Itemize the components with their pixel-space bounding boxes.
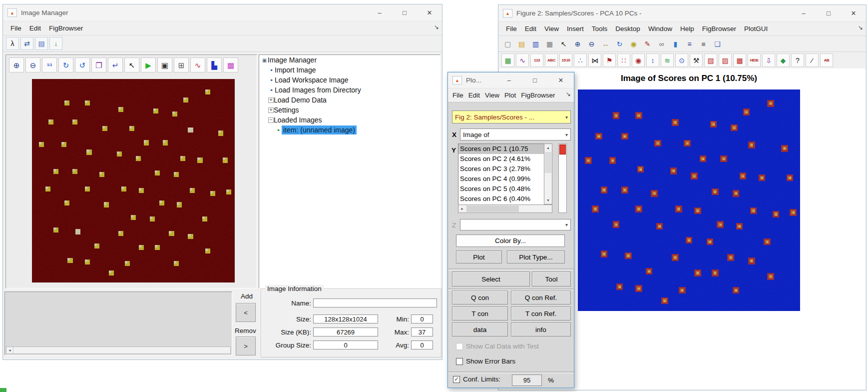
color-by-button[interactable]: Color By... — [456, 234, 565, 247]
q-con-button[interactable]: Q con — [452, 290, 508, 304]
menu-item[interactable]: Edit — [521, 24, 540, 34]
menu-item[interactable]: FigBrowser — [699, 24, 740, 34]
scroll-down-icon[interactable]: ▾ — [544, 196, 552, 204]
menu-item[interactable]: Desktop — [612, 24, 644, 34]
zoom-out-icon[interactable]: ⊖ — [25, 58, 40, 72]
y-axis-list-item[interactable]: Scores on PC 5 (0.48% — [458, 184, 544, 194]
hide-selection-icon[interactable]: HIDE — [748, 54, 761, 67]
show-cal-data-checkbox[interactable]: Show Cal Data with Test — [456, 342, 539, 350]
menu-item[interactable]: FigBrowser — [45, 23, 86, 34]
zoom-out-icon[interactable]: ⊖ — [585, 38, 598, 50]
menu-item[interactable]: View — [541, 24, 562, 34]
tree-node[interactable]: + Load Demo Data — [259, 95, 440, 105]
class-grid-icon[interactable]: AB — [820, 54, 833, 67]
pin-annotation-icon[interactable]: ⚑ — [603, 54, 616, 67]
close-icon[interactable]: ✕ — [417, 4, 442, 21]
y-axis-list-item[interactable]: Scores on PC 3 (2.78% — [458, 164, 544, 174]
help-icon[interactable]: ? — [791, 54, 804, 67]
excluded-data-icon[interactable]: ∷ — [617, 54, 630, 67]
scroll-up-icon[interactable]: ▴ — [544, 144, 552, 152]
y-axis-list-item[interactable]: Scores on PC 6 (0.40% — [458, 194, 544, 204]
lambda-analysis-icon[interactable]: λ — [6, 37, 19, 50]
minimize-icon[interactable]: – — [496, 72, 522, 88]
intensity-plot-icon[interactable]: ▙ — [207, 58, 222, 72]
save-figure-icon[interactable]: ▥ — [529, 38, 542, 50]
tree-node[interactable]: + Settings — [259, 105, 440, 115]
pointer-icon[interactable]: ↖ — [557, 38, 570, 50]
x-axis-dropdown[interactable]: Image of ▾ — [460, 128, 571, 140]
axis-scale-icon[interactable]: ↕ — [646, 54, 659, 67]
tools-icon[interactable]: ⚒ — [690, 54, 703, 67]
scroll-left-icon[interactable]: ◂ — [6, 347, 13, 354]
group-listbox-hscrollbar[interactable]: ◂ — [6, 346, 231, 354]
plot-type-button[interactable]: Plot Type... — [507, 250, 565, 264]
link-plot-icon[interactable]: ∞ — [655, 38, 668, 50]
conf-limits-checkbox[interactable]: ✓ Conf. Limits: — [453, 376, 500, 383]
dock-arrow-icon[interactable]: ↘ — [858, 24, 863, 31]
export-figure-icon[interactable]: ❐ — [91, 58, 106, 72]
grid-view-icon[interactable]: ⊞ — [174, 58, 189, 72]
dock-arrow-icon[interactable]: ↘ — [434, 24, 439, 30]
label-letters-icon[interactable]: ABC — [545, 54, 558, 67]
export-map-icon[interactable]: ◆ — [777, 54, 790, 67]
menu-item[interactable]: Tools — [588, 24, 611, 34]
peak-find-icon[interactable]: ⊙ — [675, 54, 688, 67]
menu-item[interactable]: View — [482, 90, 502, 100]
actual-size-icon[interactable]: 1:1 — [42, 58, 57, 72]
plot-button[interactable]: Plot — [456, 250, 502, 264]
spawn-plot-icon[interactable]: ↵ — [108, 58, 123, 72]
y-axis-list-item[interactable]: Scores on PC 2 (4.61% — [458, 154, 544, 164]
dock-arrow-icon[interactable]: ↘ — [566, 90, 571, 98]
tree-node[interactable]: ▣ Image Manager — [259, 55, 440, 65]
sample-slider[interactable] — [558, 144, 567, 213]
scroll-thumb[interactable] — [545, 152, 551, 173]
menu-item[interactable]: Edit — [26, 23, 44, 34]
spreadsheet-icon[interactable]: ▤ — [35, 37, 48, 50]
rotate3d-icon[interactable]: ↻ — [613, 38, 626, 50]
remove-item-button[interactable]: > — [236, 336, 256, 356]
menu-item[interactable]: Help — [677, 24, 698, 34]
dock-button-icon[interactable]: ■ — [697, 38, 710, 50]
axis-compress-icon[interactable]: ⋈ — [588, 54, 601, 67]
conf-limits-field[interactable]: 95 — [512, 374, 542, 386]
select-box-icon[interactable]: ▨ — [719, 54, 732, 67]
show-error-bars-checkbox[interactable]: Show Error Bars — [456, 358, 515, 365]
brush-icon[interactable]: ✎ — [641, 38, 654, 50]
menu-item[interactable]: FigBrowser — [518, 90, 557, 100]
slider-thumb[interactable] — [559, 144, 566, 154]
menu-item[interactable]: File — [450, 90, 466, 100]
class-circles-icon[interactable]: ◉ — [632, 54, 645, 67]
legend-icon[interactable]: ≡ — [683, 38, 696, 50]
print-figure-icon[interactable]: ▦ — [543, 38, 556, 50]
maximize-icon[interactable]: □ — [816, 5, 841, 22]
menu-item[interactable]: Insert — [563, 24, 587, 34]
menu-item[interactable]: Edit — [466, 90, 482, 100]
tree-node[interactable]: − Loaded Images — [259, 115, 440, 125]
pan-icon[interactable]: ↔ — [599, 38, 612, 50]
spectra-view-icon[interactable]: ≋ — [661, 54, 674, 67]
workspace-link-icon[interactable]: ⇄ — [20, 37, 33, 50]
q-con-ref-button[interactable]: Q con Ref. — [511, 290, 571, 304]
scores-image-canvas[interactable] — [578, 90, 800, 311]
figure-titlebar[interactable]: ▲ Figure 2: Samples/Scores - PCA 10 PCs … — [498, 5, 866, 22]
label-numbers-icon[interactable]: 123 — [530, 54, 543, 67]
t-con-ref-button[interactable]: T con Ref. — [511, 306, 571, 320]
minimize-icon[interactable]: – — [367, 4, 392, 21]
play-icon[interactable]: ▶ — [141, 58, 156, 72]
y-list-hscrollbar[interactable]: ◂ ▸ — [458, 204, 552, 213]
import-arrow-icon[interactable]: ↓ — [49, 37, 62, 50]
datatip-icon[interactable]: ◉ — [627, 38, 640, 50]
zoom-in-icon[interactable]: ⊕ — [571, 38, 584, 50]
select-button[interactable]: Select — [452, 272, 530, 286]
crop-icon[interactable]: ▣ — [157, 58, 172, 72]
scroll-right-icon[interactable]: ▸ — [458, 205, 466, 212]
tree-node[interactable]: • item: (unnamed image) — [259, 125, 440, 135]
tree-node[interactable]: • Load Images from Directory — [259, 85, 440, 95]
label-scatter-icon[interactable]: ∴ — [574, 54, 587, 67]
maximize-icon[interactable]: □ — [522, 72, 548, 88]
menu-item[interactable]: File — [502, 24, 520, 34]
y-axis-list[interactable]: Scores on PC 1 (10.75Scores on PC 2 (4.6… — [458, 144, 545, 206]
close-icon[interactable]: ✕ — [841, 5, 866, 22]
menu-item[interactable]: Plot — [502, 90, 518, 100]
y-axis-list-item[interactable]: Scores on PC 1 (10.75 — [458, 144, 544, 154]
